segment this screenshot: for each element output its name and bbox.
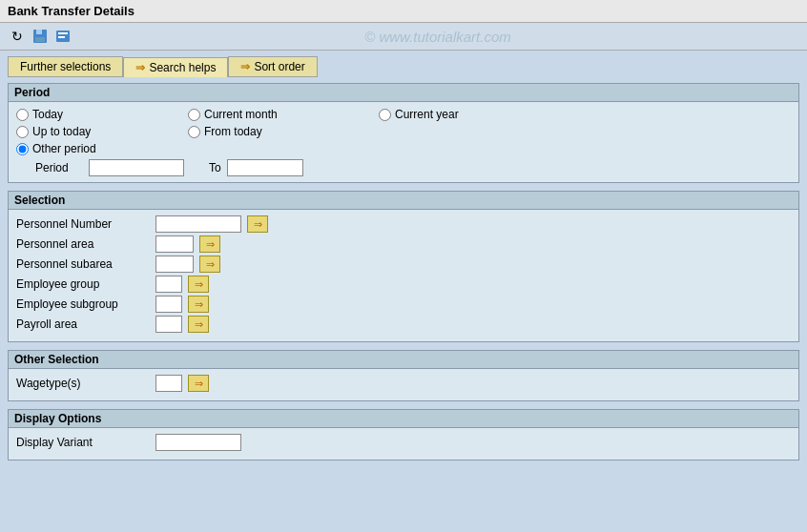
period-section-body: Today Current month Current year Up to t… (9, 102, 798, 182)
payroll-area-row: Payroll area ⇒ (16, 316, 791, 333)
svg-rect-2 (35, 37, 45, 42)
personnel-subarea-row: Personnel subarea ⇒ (16, 256, 791, 273)
radio-up-to-today-row: Up to today (16, 125, 188, 138)
tab-sort-order[interactable]: ⇒ Sort order (228, 56, 317, 77)
employee-subgroup-input[interactable] (155, 296, 182, 313)
employee-group-row: Employee group ⇒ (16, 276, 791, 293)
personnel-subarea-label: Personnel subarea (16, 257, 150, 271)
tab-bar: Further selections ⇒ Search helps ⇒ Sort… (8, 56, 799, 77)
radio-current-month-label: Current month (204, 108, 278, 121)
period-input-row: Period To (16, 159, 791, 176)
period-radio-grid: Today Current month Current year Up to t… (16, 108, 791, 155)
wagetype-arrow-btn[interactable]: ⇒ (188, 375, 209, 392)
radio-from-today[interactable] (188, 126, 200, 138)
period-section-header: Period (9, 84, 798, 102)
radio-current-month-row: Current month (188, 108, 379, 121)
tab-search-helps-arrow: ⇒ (135, 61, 145, 74)
svg-rect-4 (58, 32, 68, 34)
display-variant-input[interactable] (155, 434, 241, 451)
display-variant-label: Display Variant (16, 436, 150, 449)
period-to-input[interactable] (227, 159, 303, 176)
radio-other-period[interactable] (16, 143, 29, 155)
radio-current-month[interactable] (188, 109, 200, 121)
tab-search-helps[interactable]: ⇒ Search helps (123, 57, 228, 77)
back-icon[interactable]: ↻ (8, 27, 27, 46)
radio-up-to-today[interactable] (16, 126, 29, 138)
wagetype-row: Wagetype(s) ⇒ (16, 375, 791, 392)
selection-section-header: Selection (9, 192, 798, 210)
other-selection-section-body: Wagetype(s) ⇒ (9, 369, 798, 400)
personnel-number-row: Personnel Number ⇒ (16, 215, 791, 233)
title-bar: Bank Transfer Details (0, 0, 807, 23)
watermark: © www.tutorialkart.com (76, 29, 799, 45)
main-content: Further selections ⇒ Search helps ⇒ Sort… (0, 51, 807, 474)
personnel-number-label: Personnel Number (16, 217, 150, 231)
period-to-label: To (209, 161, 221, 174)
personnel-subarea-input[interactable] (155, 256, 194, 273)
display-variant-row: Display Variant (16, 434, 791, 451)
period-section: Period Today Current month Current year … (8, 83, 799, 183)
svg-rect-1 (36, 30, 42, 34)
radio-up-to-today-label: Up to today (32, 125, 91, 138)
other-selection-section: Other Selection Wagetype(s) ⇒ (8, 350, 799, 401)
personnel-number-arrow-btn[interactable]: ⇒ (247, 215, 268, 233)
page-title: Bank Transfer Details (8, 4, 134, 18)
employee-group-arrow-btn[interactable]: ⇒ (188, 276, 209, 293)
radio-today-label: Today (32, 108, 63, 121)
personnel-area-input[interactable] (155, 235, 194, 253)
radio-today-row: Today (16, 108, 188, 121)
personnel-number-input[interactable] (155, 215, 241, 233)
toolbar: ↻ © www.tutorialkart.com (0, 23, 807, 51)
radio-current-year-row: Current year (379, 108, 569, 121)
radio-current-year-label: Current year (395, 108, 459, 121)
radio-other-period-label: Other period (32, 142, 96, 155)
employee-group-label: Employee group (16, 277, 150, 291)
period-from-label: Period (35, 161, 83, 174)
other-selection-section-header: Other Selection (9, 351, 798, 369)
radio-today[interactable] (16, 109, 29, 121)
personnel-area-arrow-btn[interactable]: ⇒ (199, 235, 220, 253)
employee-subgroup-arrow-btn[interactable]: ⇒ (188, 296, 209, 313)
radio-from-today-label: From today (204, 125, 262, 138)
tab-sort-order-label: Sort order (254, 60, 304, 73)
radio-other-period-row: Other period (16, 142, 188, 155)
personnel-area-row: Personnel area ⇒ (16, 235, 791, 253)
svg-rect-5 (58, 36, 65, 38)
radio-from-today-row: From today (188, 125, 379, 138)
selection-section: Selection Personnel Number ⇒ Personnel a… (8, 191, 799, 342)
personnel-area-label: Personnel area (16, 237, 150, 251)
selection-section-body: Personnel Number ⇒ Personnel area ⇒ Pers… (9, 210, 798, 341)
period-from-input[interactable] (89, 159, 184, 176)
employee-subgroup-label: Employee subgroup (16, 297, 150, 311)
employee-subgroup-row: Employee subgroup ⇒ (16, 296, 791, 313)
wagetype-input[interactable] (155, 375, 182, 392)
tab-further-selections[interactable]: Further selections (8, 56, 123, 77)
display-options-section-header: Display Options (9, 410, 798, 428)
tab-search-helps-label: Search helps (149, 61, 216, 74)
personnel-subarea-arrow-btn[interactable]: ⇒ (199, 256, 220, 273)
shortcut-icon[interactable] (53, 27, 72, 46)
radio-current-year[interactable] (379, 109, 391, 121)
employee-group-input[interactable] (155, 276, 182, 293)
save-icon[interactable] (31, 27, 50, 46)
payroll-area-label: Payroll area (16, 317, 150, 331)
payroll-area-input[interactable] (155, 316, 182, 333)
display-options-section: Display Options Display Variant (8, 409, 799, 460)
wagetype-label: Wagetype(s) (16, 377, 150, 390)
payroll-area-arrow-btn[interactable]: ⇒ (188, 316, 209, 333)
tab-sort-order-arrow: ⇒ (240, 60, 250, 73)
tab-further-selections-label: Further selections (20, 60, 111, 73)
display-options-section-body: Display Variant (9, 428, 798, 460)
